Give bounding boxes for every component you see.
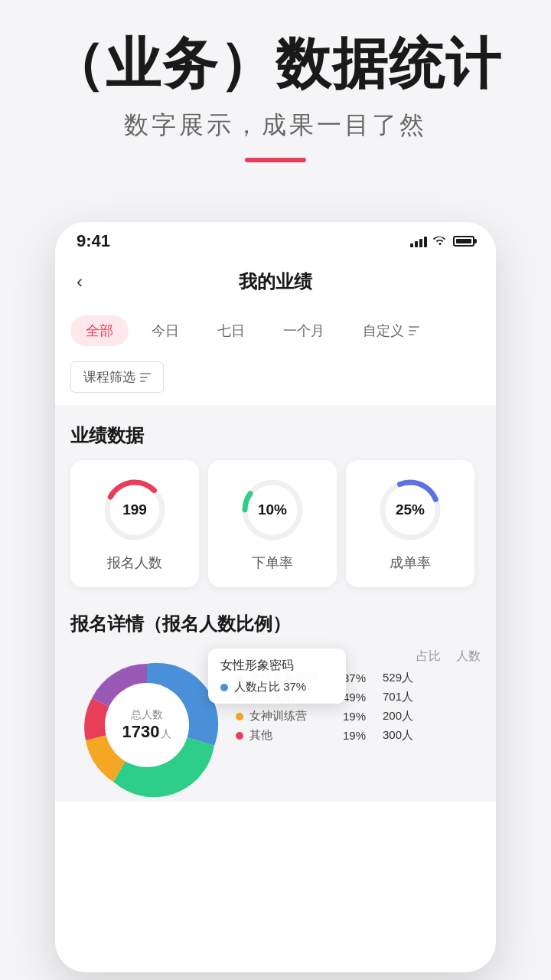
tooltip-title: 女性形象密码 xyxy=(220,658,334,674)
tooltip-item-label: 人数占比 37% xyxy=(234,680,306,694)
tab-today[interactable]: 今日 xyxy=(136,315,194,346)
tooltip-item: 人数占比 37% xyxy=(220,680,334,694)
stat-card-close-rate: 25% 成单率 xyxy=(346,460,474,587)
filter-tabs: 全部 今日 七日 一个月 自定义 xyxy=(55,306,496,355)
marketing-subtitle: 数字展示，成果一目了然 xyxy=(46,109,505,142)
stat-card-registrations: 199 报名人数 xyxy=(70,460,199,587)
app-header: ‹ 我的业绩 xyxy=(55,257,496,306)
course-filter-button[interactable]: 课程筛选 xyxy=(70,361,164,393)
legend-row-2: 女神训练营 19% 200人 xyxy=(236,709,481,724)
stat-label-registrations: 报名人数 xyxy=(107,554,162,572)
pie-area: 总人数 1730 人 女性形象密码 人数占比 37% xyxy=(70,648,481,802)
wifi-icon xyxy=(433,234,447,248)
legend-dot-2 xyxy=(236,713,243,720)
donut-order-rate: 10% xyxy=(238,475,307,544)
filter-icon xyxy=(409,326,419,335)
legend-name-2: 女神训练营 xyxy=(249,709,326,724)
marketing-divider xyxy=(245,158,306,162)
battery-icon xyxy=(453,236,474,247)
signal-icon xyxy=(410,235,427,247)
stats-cards-row: 199 报名人数 10% 下单率 xyxy=(70,460,481,587)
legend-count-3: 300人 xyxy=(372,728,413,743)
status-time: 9:41 xyxy=(77,231,110,251)
tab-custom-label: 自定义 xyxy=(363,322,404,340)
stat-value-order-rate: 10% xyxy=(258,501,287,518)
tooltip-dot xyxy=(220,684,228,691)
pie-chart: 总人数 1730 人 女性形象密码 人数占比 37% xyxy=(70,648,223,802)
stat-label-close-rate: 成单率 xyxy=(390,554,431,572)
tab-all[interactable]: 全部 xyxy=(70,315,129,346)
pie-total-value: 1730 xyxy=(122,722,160,742)
stats-section: 业绩数据 199 报名人数 xyxy=(55,405,496,599)
stat-label-order-rate: 下单率 xyxy=(252,554,293,572)
legend-pct-3: 19% xyxy=(332,729,366,742)
legend-dot-3 xyxy=(236,732,243,740)
status-icons xyxy=(410,234,474,248)
stats-title: 业绩数据 xyxy=(70,423,481,448)
donut-close-rate: 25% xyxy=(376,475,445,544)
marketing-section: （业务）数据统计 数字展示，成果一目了然 xyxy=(0,0,551,185)
legend-header-count: 人数 xyxy=(456,648,481,665)
stat-value-close-rate: 25% xyxy=(396,501,425,518)
status-bar: 9:41 xyxy=(55,222,496,257)
reg-title: 报名详情（报名人数比例） xyxy=(70,612,481,636)
legend-count-0: 529人 xyxy=(372,671,413,685)
stat-value-registrations: 199 xyxy=(122,501,147,518)
legend-row-3: 其他 19% 300人 xyxy=(236,728,481,743)
tooltip-popup: 女性形象密码 人数占比 37% xyxy=(208,648,346,704)
legend-count-2: 200人 xyxy=(372,709,413,724)
page-title: 我的业绩 xyxy=(239,270,312,294)
tab-custom[interactable]: 自定义 xyxy=(347,315,435,346)
legend-count-1: 701人 xyxy=(372,690,413,704)
pie-total-label: 总人数 xyxy=(122,708,172,722)
pie-total-unit: 人 xyxy=(161,727,171,741)
back-button[interactable]: ‹ xyxy=(77,271,83,292)
registration-section: 报名详情（报名人数比例） xyxy=(55,599,496,802)
filter-icon2 xyxy=(140,373,151,382)
stat-card-order-rate: 10% 下单率 xyxy=(208,460,337,587)
course-filter-label: 课程筛选 xyxy=(83,368,135,386)
tab-month[interactable]: 一个月 xyxy=(268,315,340,346)
legend-header-pct: 占比 xyxy=(416,648,441,665)
tab-7days[interactable]: 七日 xyxy=(202,315,260,346)
course-filter-row: 课程筛选 xyxy=(55,355,496,405)
pie-center-info: 总人数 1730 人 xyxy=(122,708,172,742)
legend-pct-2: 19% xyxy=(332,710,366,723)
donut-registrations: 199 xyxy=(100,475,169,544)
marketing-title: （业务）数据统计 xyxy=(46,31,505,96)
phone-mockup: 9:41 ‹ 我的业绩 全部 今日 七日 一个月 xyxy=(55,222,496,972)
legend-name-3: 其他 xyxy=(249,728,326,743)
